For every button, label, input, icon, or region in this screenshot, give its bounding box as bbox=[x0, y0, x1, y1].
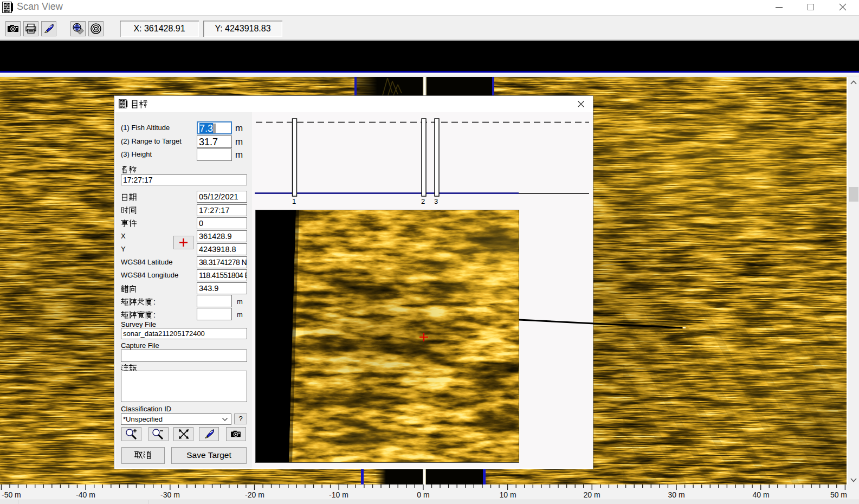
svg-text:0 m: 0 m bbox=[417, 490, 429, 499]
svg-text:-20 m: -20 m bbox=[245, 490, 264, 499]
svg-text:40 m: 40 m bbox=[752, 490, 769, 499]
svg-text:-10 m: -10 m bbox=[329, 490, 348, 499]
svg-text:-30 m: -30 m bbox=[160, 490, 180, 499]
svg-text:-50 m: -50 m bbox=[2, 490, 21, 499]
svg-text:50 m: 50 m bbox=[830, 490, 847, 499]
svg-text:20 m: 20 m bbox=[583, 490, 600, 499]
svg-text:-40 m: -40 m bbox=[76, 490, 95, 499]
svg-text:10 m: 10 m bbox=[499, 490, 516, 499]
svg-text:30 m: 30 m bbox=[668, 490, 684, 499]
